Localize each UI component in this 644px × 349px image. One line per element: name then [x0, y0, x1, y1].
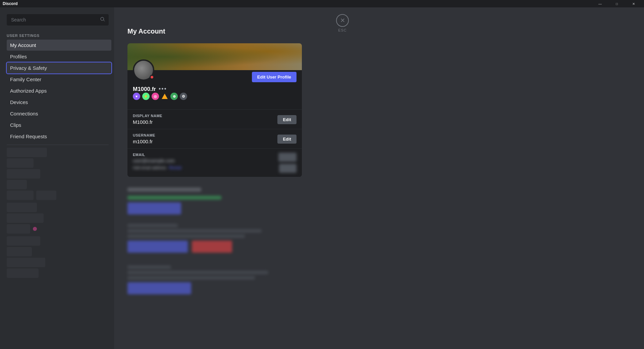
sidebar-item-blurred-8: [7, 213, 44, 223]
user-display-name: M1000.fr: [133, 86, 156, 93]
sidebar-item-label-my-account: My Account: [10, 42, 36, 48]
sidebar-item-clips[interactable]: Clips: [7, 119, 111, 131]
email-field-content: EMAIL user@example.com Add email address…: [133, 153, 181, 170]
badge-gear: ⚙: [180, 93, 187, 100]
svg-marker-0: [162, 94, 168, 99]
avatar-wrap: [133, 59, 154, 81]
settings-main: ✕ ESC My Account: [114, 7, 644, 349]
account-card: Edit User Profile M1000.fr ••• ♥ ⚡ ◎: [127, 43, 302, 177]
blurred-section-1: [127, 188, 349, 214]
user-row: Edit User Profile: [133, 70, 297, 84]
sidebar-item-blurred-12: [7, 258, 45, 267]
blurred-text-3: [127, 235, 245, 238]
email-reveal-link: Reveal: [169, 165, 181, 170]
sidebar-item-authorized-apps[interactable]: Authorized Apps: [7, 85, 111, 96]
email-field: EMAIL user@example.com Add email address…: [127, 148, 302, 177]
badge-heart: ♥: [133, 93, 140, 100]
search-input[interactable]: [7, 14, 109, 26]
sidebar-item-blurred-4: [7, 180, 27, 189]
sidebar-item-label-authorized-apps: Authorized Apps: [10, 88, 47, 94]
sidebar-item-blurred-5: [7, 191, 34, 200]
sidebar-item-blurred-1: [7, 148, 47, 157]
email-value: user@example.com: [133, 158, 181, 163]
account-fields: DISPLAY NAME M1000.fr Edit USERNAME m100…: [127, 109, 302, 177]
search-icon: [100, 17, 105, 23]
settings-sidebar: USER SETTINGS My Account Profiles Privac…: [0, 7, 114, 349]
sidebar-item-family-center[interactable]: Family Center: [7, 74, 111, 85]
username-label: USERNAME: [133, 133, 155, 137]
more-options-button[interactable]: •••: [159, 86, 167, 93]
sidebar-item-label-privacy-safety: Privacy & Safety: [10, 65, 47, 71]
sidebar-item-blurred-6: [36, 191, 56, 200]
sidebar-item-blurred-2: [7, 158, 34, 168]
email-secondary-button[interactable]: Btn: [279, 164, 297, 173]
sidebar-item-connections[interactable]: Connections: [7, 108, 111, 119]
edit-profile-button[interactable]: Edit User Profile: [252, 72, 297, 82]
badge-boost: ⚡: [142, 93, 150, 100]
badge-circle: ⊕: [170, 93, 178, 100]
page-title: My Account: [127, 28, 349, 35]
maximize-button[interactable]: □: [609, 0, 625, 7]
sidebar-item-label-profiles: Profiles: [10, 54, 27, 59]
blurred-section-2: [127, 224, 349, 256]
display-name-edit-button[interactable]: Edit: [277, 115, 297, 124]
esc-label: ESC: [338, 28, 347, 32]
minimize-button[interactable]: —: [592, 0, 608, 7]
sidebar-item-blurred-11: [7, 247, 32, 256]
sidebar-item-label-family-center: Family Center: [10, 77, 41, 82]
close-icon[interactable]: ✕: [336, 14, 349, 27]
titlebar: Discord — □ ✕: [0, 0, 644, 7]
username-field: USERNAME m1000.fr Edit: [127, 129, 302, 148]
sidebar-divider: [7, 145, 109, 145]
badge-triangle: [161, 93, 168, 100]
search-container: [7, 14, 109, 26]
sidebar-item-privacy-safety[interactable]: Privacy & Safety: [7, 62, 111, 73]
sidebar-item-profiles[interactable]: Profiles: [7, 51, 111, 62]
avatar-status-dot: [150, 75, 154, 80]
blurred-section-3: [127, 265, 349, 294]
username-field-content: USERNAME m1000.fr: [133, 133, 155, 144]
email-label: EMAIL: [133, 153, 181, 157]
user-badges: ♥ ⚡ ◎ ⊕ ⚙: [133, 93, 297, 100]
sidebar-item-blurred-7: [7, 203, 37, 212]
app-title: Discord: [3, 1, 18, 6]
blurred-btn-1: [127, 202, 181, 214]
blurred-bar-green: [127, 196, 221, 200]
window-controls: — □ ✕: [592, 0, 641, 7]
sidebar-item-blurred-3: [7, 169, 40, 179]
email-secondary-text: Add email address: [133, 165, 166, 170]
blurred-title-1: [127, 188, 201, 192]
blurred-text-5: [127, 271, 268, 274]
sidebar-item-devices[interactable]: Devices: [7, 97, 111, 108]
sidebar-item-label-clips: Clips: [10, 122, 21, 128]
badge-ping: ◎: [152, 93, 159, 100]
blurred-btn-4: [127, 282, 191, 294]
app-layout: USER SETTINGS My Account Profiles Privac…: [0, 7, 644, 349]
username-value: m1000.fr: [133, 139, 155, 144]
window-close-button[interactable]: ✕: [626, 0, 641, 7]
sidebar-item-blurred-10: [7, 236, 40, 246]
sidebar-item-blurred-13: [7, 268, 39, 278]
blurred-text-2: [127, 229, 262, 233]
user-name-area: M1000.fr •••: [133, 86, 297, 93]
blurred-btn-2: [127, 241, 188, 253]
display-name-label: DISPLAY NAME: [133, 114, 162, 118]
username-edit-button[interactable]: Edit: [277, 135, 297, 144]
close-button-wrap[interactable]: ✕ ESC: [336, 14, 349, 32]
sidebar-item-label-friend-requests: Friend Requests: [10, 134, 47, 139]
sidebar-item-my-account[interactable]: My Account: [7, 40, 111, 51]
email-edit-button[interactable]: Edit: [278, 153, 297, 162]
display-name-field: DISPLAY NAME M1000.fr Edit: [127, 109, 302, 129]
notification-dot: [33, 227, 37, 231]
sidebar-item-label-connections: Connections: [10, 111, 38, 116]
section-label-user-settings: USER SETTINGS: [7, 31, 111, 39]
blurred-text-6: [127, 276, 255, 280]
account-info-area: Edit User Profile M1000.fr ••• ♥ ⚡ ◎: [127, 70, 302, 109]
display-name-value: M1000.fr: [133, 119, 162, 125]
sidebar-item-friend-requests[interactable]: Friend Requests: [7, 131, 111, 142]
settings-content: ✕ ESC My Account: [114, 7, 362, 324]
blurred-text-1: [127, 224, 178, 227]
sidebar-item-blurred-9: [7, 224, 30, 234]
sidebar-item-label-devices: Devices: [10, 99, 28, 105]
display-name-field-content: DISPLAY NAME M1000.fr: [133, 114, 162, 125]
